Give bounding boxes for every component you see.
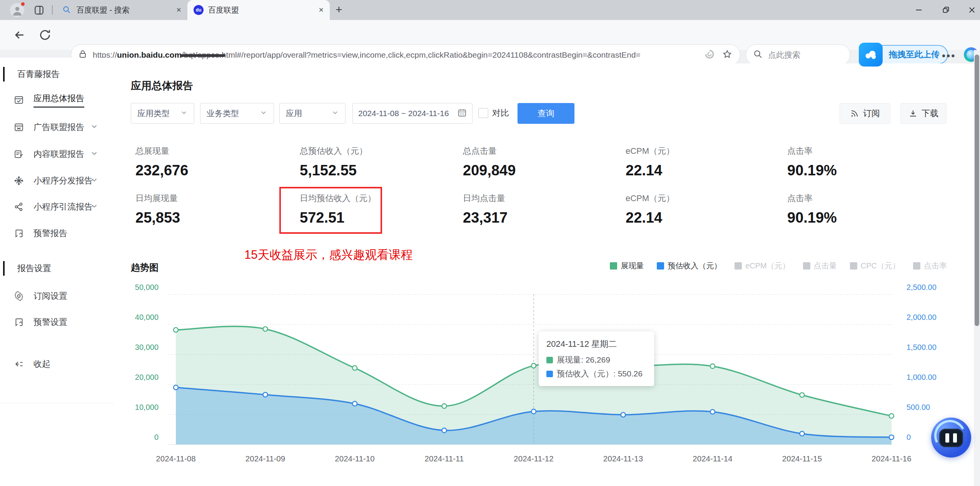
content-union-report-icon (14, 149, 24, 159)
sidebar-divider (0, 403, 114, 403)
metric-card: eCPM（元）22.14 (626, 145, 674, 179)
metric-value: 25,853 (135, 210, 180, 226)
legend-item[interactable]: 预估收入（元） (657, 261, 721, 271)
date-range-input[interactable]: 2024-11-08 ~ 2024-11-16 (352, 103, 472, 124)
sidebar-item-label: 广告联盟报告 (33, 122, 84, 133)
legend-label: 点击率 (924, 261, 947, 271)
sidebar-item[interactable]: 小程序分发报告 (0, 172, 114, 189)
main-content: 应用总体报告 应用类型 业务类型 应用 2024-11-08 ~ 2024-11… (114, 63, 980, 486)
tab-close-icon[interactable]: × (169, 5, 181, 15)
metric-label: eCPM（元） (626, 145, 674, 157)
metric-value: 22.14 (626, 162, 674, 179)
sidebar-item[interactable]: 内容联盟报告 (0, 146, 114, 163)
metric-value: 22.14 (626, 210, 674, 226)
chevron-down-icon (90, 176, 99, 186)
alert-report-icon (14, 317, 24, 327)
refresh-button[interactable] (38, 28, 52, 42)
rss-icon (850, 109, 859, 118)
legend-label: 展现量 (621, 261, 644, 271)
legend-label: eCPM（元） (745, 261, 790, 271)
legend-swatch (803, 262, 810, 270)
baidu-favicon: du (194, 5, 204, 15)
biz-type-select[interactable]: 业务类型 (200, 103, 274, 124)
tooltip-date: 2024-11-12 星期二 (546, 338, 646, 350)
metric-value: 5,152.55 (300, 162, 367, 179)
chevron-down-icon (90, 122, 99, 132)
sidebar-item-label: 预警报告 (33, 228, 67, 239)
window-restore-button[interactable] (940, 5, 951, 15)
tooltip-swatch (546, 357, 553, 363)
browser-menu-button[interactable]: ••• (942, 50, 956, 62)
metric-card: 点击率90.19% (787, 193, 837, 226)
metric-label: 日均展现量 (135, 193, 180, 204)
search-placeholder: 点此搜索 (768, 50, 800, 60)
chevron-down-icon (331, 109, 339, 118)
metric-label: 总预估收入（元） (300, 145, 367, 157)
sidebar-item[interactable]: 预警设置 (0, 314, 114, 331)
loading-indicator (180, 54, 225, 57)
metric-card: 总预估收入（元）5,152.55 (300, 145, 367, 179)
browser-tab[interactable]: 百度联盟 - 搜索× (56, 0, 187, 20)
app-type-select[interactable]: 应用类型 (131, 103, 194, 124)
section-marker (3, 261, 5, 276)
legend-swatch (735, 262, 742, 270)
person-icon (12, 5, 23, 17)
annotation-text: 15天收益展示，感兴趣观看课程 (244, 247, 412, 263)
legend-item[interactable]: 点击率 (913, 261, 947, 271)
legend-item[interactable]: 点击量 (803, 261, 837, 271)
pause-icon (939, 429, 963, 447)
browser-toolbar: https://union.baidu.com/bqt/appco.html#/… (0, 20, 980, 50)
sidebar-item[interactable]: 广告联盟报告 (0, 119, 114, 136)
gear-icon (14, 291, 24, 301)
chart-legend: 展现量预估收入（元）eCPM（元）点击量CPC（元）点击率 (597, 261, 947, 271)
app-select[interactable]: 应用 (279, 103, 346, 124)
sidebar-item[interactable]: 小程序引流报告 (0, 198, 114, 215)
workspaces-icon[interactable] (34, 5, 44, 17)
sidebar-item-label: 小程序分发报告 (33, 175, 93, 186)
legend-item[interactable]: eCPM（元） (735, 261, 790, 271)
metric-label: 点击率 (787, 193, 837, 204)
url-bar[interactable]: https://union.baidu.com/bqt/appco.html#/… (71, 44, 740, 65)
browser-tab-bar: 百度联盟 - 搜索×du百度联盟× + (0, 0, 980, 20)
sidebar: 百青藤报告应用总体报告广告联盟报告内容联盟报告小程序分发报告小程序引流报告预警报… (0, 58, 114, 486)
metric-value: 209,849 (463, 162, 516, 179)
sidebar-item-label: 小程序引流报告 (33, 201, 93, 213)
metric-value: 23,317 (463, 210, 508, 226)
compare-checkbox[interactable]: 对比 (478, 107, 509, 119)
browser-tab[interactable]: du百度联盟× (187, 0, 330, 20)
metric-label: 日均点击量 (463, 193, 508, 204)
checkbox-unchecked[interactable] (478, 108, 488, 118)
window-minimize-button[interactable] (913, 5, 924, 15)
sidebar-item[interactable]: 订阅设置 (0, 288, 114, 305)
new-tab-button[interactable]: + (336, 3, 342, 16)
metric-value: 90.19% (787, 210, 837, 226)
search-box[interactable]: 点此搜索 (746, 44, 850, 65)
swirl-icon[interactable] (705, 49, 715, 61)
legend-item[interactable]: CPC（元） (850, 261, 900, 271)
tab-title: 百度联盟 - 搜索 (77, 5, 130, 15)
tooltip-text: 预估收入（元）: 550.26 (557, 368, 643, 379)
metric-label: 点击率 (787, 145, 837, 157)
metric-card: 日均点击量23,317 (463, 193, 508, 226)
search-favicon (62, 5, 72, 15)
scrollbar-thumb[interactable] (975, 55, 979, 326)
sidebar-item[interactable]: 应用总体报告 (0, 92, 114, 108)
legend-label: 点击量 (814, 261, 837, 271)
section-marker (3, 67, 5, 82)
legend-item[interactable]: 展现量 (610, 261, 644, 271)
sidebar-item[interactable]: 预警报告 (0, 225, 114, 242)
tab-close-icon[interactable]: × (311, 5, 324, 15)
download-button[interactable]: 下载 (900, 103, 947, 124)
favorite-star-icon[interactable] (722, 49, 732, 61)
collapse-icon (14, 359, 24, 369)
download-icon (908, 109, 918, 118)
sidebar-section-header: 报告设置 (17, 263, 51, 274)
window-close-button[interactable] (967, 5, 977, 15)
query-button[interactable]: 查询 (518, 103, 574, 124)
back-button[interactable] (13, 28, 26, 42)
sidebar-item-label: 预警设置 (33, 316, 67, 328)
subscribe-button[interactable]: 订阅 (840, 103, 890, 124)
sidebar-section-header: 百青藤报告 (17, 68, 60, 80)
assistant-pause-button[interactable] (931, 418, 971, 458)
sidebar-collapse-button[interactable]: 收起 (0, 356, 114, 373)
